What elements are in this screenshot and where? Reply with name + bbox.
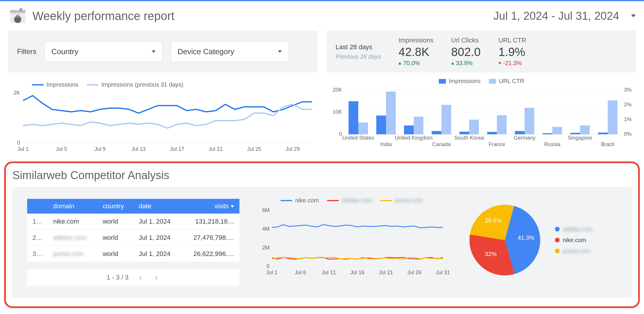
svg-rect-52: [580, 125, 590, 134]
svg-text:2%: 2%: [624, 102, 632, 108]
table-pager: 1 - 3 / 3 ‹ ›: [27, 269, 239, 286]
svg-text:26.6%: 26.6%: [485, 217, 502, 224]
svg-text:0%: 0%: [624, 131, 632, 137]
device-category-dropdown[interactable]: Device Category: [171, 42, 289, 62]
svg-text:Jul 5: Jul 5: [56, 146, 67, 152]
svg-rect-30: [376, 115, 386, 134]
period-current: Last 28 days: [336, 43, 381, 51]
col-date[interactable]: date: [134, 199, 181, 214]
filters-label: Filters: [17, 47, 36, 56]
report-header: Weekly performance report Jul 1, 2024 - …: [0, 1, 644, 31]
competitor-line-chart: nike.com adidas.com puma.com 02M4M6MJul …: [257, 199, 446, 275]
svg-text:32%: 32%: [485, 251, 497, 257]
svg-rect-54: [598, 133, 608, 134]
svg-rect-49: [552, 127, 562, 134]
competitor-pie-chart: 41.3%32%26.6% adidas.com nike.com puma.c…: [464, 199, 617, 281]
svg-text:Jul 29: Jul 29: [286, 146, 300, 152]
col-visits[interactable]: visits: [181, 199, 239, 214]
svg-text:Russia: Russia: [544, 141, 561, 147]
svg-rect-1: [10, 10, 25, 13]
report-icon: [8, 6, 27, 25]
svg-rect-48: [543, 133, 552, 134]
col-country[interactable]: country: [97, 199, 133, 214]
svg-text:Brazil: Brazil: [601, 141, 614, 147]
svg-text:France: France: [489, 141, 505, 147]
svg-text:10K: 10K: [333, 109, 342, 115]
svg-rect-28: [358, 123, 368, 134]
arrow-up-icon: [398, 62, 401, 65]
svg-rect-37: [441, 105, 451, 134]
svg-text:4M: 4M: [262, 226, 270, 232]
svg-rect-39: [459, 132, 469, 134]
svg-text:6M: 6M: [262, 207, 270, 213]
svg-text:Germany: Germany: [514, 135, 535, 141]
svg-text:Jul 1: Jul 1: [17, 146, 29, 152]
metric-url-clicks: Url Clicks 802.0 33.9%: [451, 37, 481, 67]
svg-text:Jul 21: Jul 21: [379, 270, 393, 275]
impressions-line-chart: Impressions Impressions (previous 31 day…: [8, 81, 318, 152]
table-row[interactable]: 3…puma.comworldJul 1, 202426,622,996.…: [27, 246, 239, 262]
svg-rect-5: [16, 15, 19, 16]
svg-text:Jul 9: Jul 9: [94, 146, 106, 152]
svg-text:20K: 20K: [333, 87, 342, 93]
period-previous: Previous 28 days: [336, 53, 381, 60]
svg-text:Jul 21: Jul 21: [208, 146, 223, 152]
svg-text:3%: 3%: [624, 87, 632, 93]
svg-text:0: 0: [267, 263, 270, 269]
table-row[interactable]: 1…nike.comworldJul 1, 2024131,218,18…: [27, 214, 239, 230]
svg-rect-27: [349, 101, 358, 135]
metric-url-ctr: URL CTR 1.9% -21.3%: [498, 37, 526, 67]
svg-rect-2: [19, 8, 22, 11]
svg-text:Jul 16: Jul 16: [350, 270, 364, 275]
metric-impressions: Impressions 42.8K 70.0%: [398, 37, 433, 67]
chevron-down-icon: [278, 50, 282, 53]
country-dropdown[interactable]: Country: [45, 42, 162, 62]
pager-prev-button[interactable]: ‹: [137, 273, 144, 282]
date-range-picker[interactable]: Jul 1, 2024 - Jul 31, 2024: [493, 10, 636, 22]
competitor-analysis-section: Similarweb Competitor Analysis domain co…: [4, 161, 640, 308]
table-row[interactable]: 2…adidas.comworldJul 1, 202427,476,798.…: [27, 230, 239, 246]
metrics-panel: Last 28 days Previous 28 days Impression…: [327, 31, 636, 72]
svg-text:India: India: [380, 141, 392, 147]
svg-rect-31: [386, 92, 396, 134]
country-bar-chart: Impressions URL CTR 010K20K0%1%2%3%Unite…: [327, 81, 636, 152]
chevron-down-icon: [152, 50, 156, 53]
svg-rect-36: [432, 131, 441, 134]
arrow-up-icon: [451, 62, 454, 65]
chevron-down-icon: [631, 14, 636, 17]
svg-text:2M: 2M: [262, 245, 270, 251]
svg-rect-42: [487, 132, 497, 134]
svg-rect-45: [515, 131, 525, 134]
competitor-table: domain country date visits 1…nike.comwor…: [27, 199, 239, 286]
section-title: Similarweb Competitor Analysis: [12, 169, 632, 182]
svg-text:Singapore: Singapore: [568, 135, 592, 141]
svg-text:Jul 11: Jul 11: [322, 270, 336, 275]
pager-range: 1 - 3 / 3: [106, 274, 129, 281]
svg-text:0: 0: [339, 131, 342, 137]
pager-next-button[interactable]: ›: [152, 273, 160, 282]
svg-text:Jul 25: Jul 25: [247, 146, 261, 152]
svg-text:Canada: Canada: [432, 141, 451, 147]
svg-rect-43: [497, 115, 507, 134]
sort-desc-icon: [231, 205, 234, 208]
filters-panel: Filters Country Device Category: [8, 31, 318, 72]
date-range-label: Jul 1, 2024 - Jul 31, 2024: [493, 10, 619, 22]
svg-text:Jul 17: Jul 17: [170, 146, 184, 152]
svg-rect-51: [570, 133, 580, 134]
svg-rect-40: [469, 120, 479, 134]
svg-text:Jul 6: Jul 6: [295, 270, 306, 275]
svg-text:Jul 13: Jul 13: [132, 146, 146, 152]
svg-text:Jul 1: Jul 1: [266, 270, 277, 275]
svg-text:South Korea: South Korea: [454, 135, 484, 141]
svg-text:41.3%: 41.3%: [518, 234, 535, 241]
svg-rect-55: [608, 100, 617, 134]
svg-text:Jul 26: Jul 26: [407, 270, 421, 275]
svg-rect-34: [414, 117, 423, 134]
col-domain[interactable]: domain: [48, 199, 97, 214]
svg-text:United Kingdom: United Kingdom: [395, 135, 433, 141]
svg-text:1%: 1%: [624, 116, 632, 122]
svg-text:United States: United States: [342, 135, 374, 141]
arrow-down-icon: [498, 62, 501, 65]
svg-text:2K: 2K: [14, 90, 20, 96]
svg-rect-46: [525, 108, 534, 134]
